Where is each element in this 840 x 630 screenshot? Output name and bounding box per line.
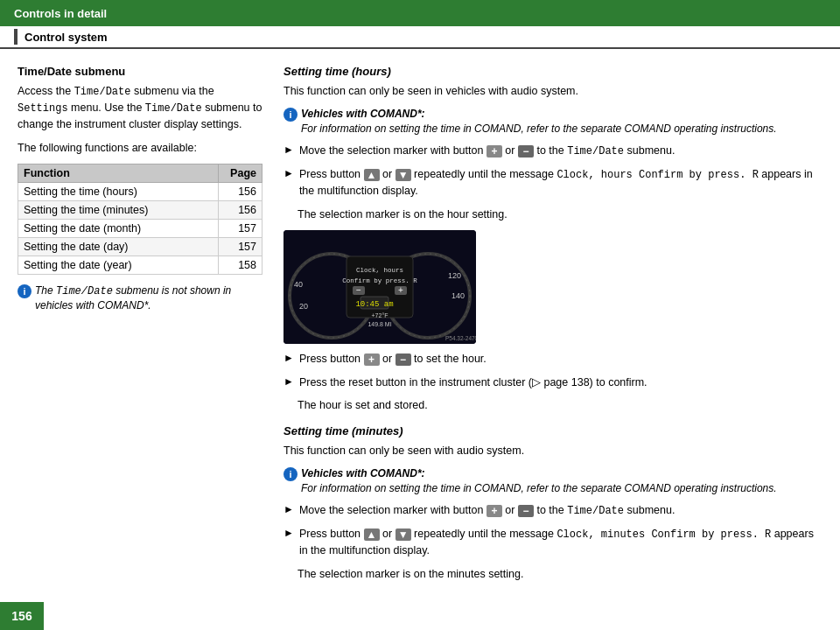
list-intro-text: The following functions are available: bbox=[18, 140, 262, 157]
left-note-box: i The Time/Date submenu is not shown in … bbox=[18, 284, 262, 314]
svg-text:Clock, hours: Clock, hours bbox=[356, 267, 403, 274]
svg-text:40: 40 bbox=[294, 280, 303, 289]
table-row: Setting the time (hours)156 bbox=[18, 182, 262, 200]
hours-step1: ► Move the selection marker with button … bbox=[284, 143, 822, 159]
hours-step2: ► Press button ▲ or ▼ repeatedly until t… bbox=[284, 166, 822, 200]
sub-header-accent bbox=[14, 29, 18, 45]
sub-header: Control system bbox=[0, 26, 840, 49]
timdate-mono2: Time/Date bbox=[145, 102, 202, 115]
right-column: Setting time (hours) This function can o… bbox=[284, 65, 822, 593]
table-row: Setting the date (day)157 bbox=[18, 237, 262, 256]
arrow-icon-5: ► bbox=[284, 503, 294, 515]
main-content: Time/Date submenu Access the Time/Date s… bbox=[0, 49, 840, 602]
info-icon-hours: i bbox=[284, 108, 298, 122]
page-cell: 156 bbox=[219, 200, 262, 219]
function-cell: Setting the date (day) bbox=[18, 237, 219, 256]
svg-text:120: 120 bbox=[448, 271, 461, 280]
svg-text:+72°F: +72°F bbox=[372, 312, 388, 318]
header-bar: Controls in detail bbox=[0, 0, 840, 26]
comand-title-minutes: Vehicles with COMAND*: bbox=[301, 467, 425, 480]
info-icon-left: i bbox=[18, 284, 32, 298]
table-row: Setting the date (year)158 bbox=[18, 256, 262, 274]
comand-body-minutes: For information on setting the time in C… bbox=[301, 482, 777, 494]
minutes-step3-text: The selection marker is on the minutes s… bbox=[298, 566, 822, 583]
minus-btn-1: − bbox=[518, 145, 534, 158]
svg-text:149.8 MI: 149.8 MI bbox=[368, 321, 391, 327]
settings-mono: Settings bbox=[18, 102, 68, 115]
arrow-icon-2: ► bbox=[284, 167, 294, 179]
function-table: Function Page Setting the time (hours)15… bbox=[18, 164, 262, 275]
comand-info-minutes: i Vehicles with COMAND*: For information… bbox=[284, 466, 822, 496]
info-icon-minutes: i bbox=[284, 467, 298, 481]
up-btn-1: ▲ bbox=[364, 169, 380, 181]
function-cell: Setting the date (month) bbox=[18, 219, 219, 237]
left-note-text: The Time/Date submenu is not shown in ve… bbox=[35, 284, 262, 314]
down-btn-2: ▼ bbox=[396, 528, 411, 541]
page-cell: 157 bbox=[219, 237, 262, 256]
up-btn-2: ▲ bbox=[364, 528, 380, 541]
hours-step1-text: Move the selection marker with button + … bbox=[299, 143, 822, 159]
svg-text:10:45 am: 10:45 am bbox=[355, 300, 393, 309]
minutes-step1-text: Move the selection marker with button + … bbox=[299, 502, 822, 519]
plus-btn-2: + bbox=[364, 354, 380, 366]
section-hours: Setting time (hours) This function can o… bbox=[284, 65, 822, 414]
comand-title-hours: Vehicles with COMAND*: bbox=[301, 108, 425, 120]
col-page-header: Page bbox=[219, 164, 262, 182]
col-function-header: Function bbox=[18, 164, 219, 182]
hour-stored-text: The hour is set and stored. bbox=[298, 397, 822, 414]
arrow-icon-3: ► bbox=[284, 352, 294, 364]
comand-info-hours-text: Vehicles with COMAND*: For information o… bbox=[301, 107, 777, 136]
left-column: Time/Date submenu Access the Time/Date s… bbox=[18, 65, 262, 593]
section-minutes-title: Setting time (minutes) bbox=[284, 424, 822, 438]
section-hours-para1: This function can only be seen in vehicl… bbox=[284, 83, 822, 100]
arrow-icon-4: ► bbox=[284, 375, 294, 388]
section-minutes: Setting time (minutes) This function can… bbox=[284, 424, 822, 583]
function-cell: Setting the time (minutes) bbox=[18, 200, 219, 219]
comand-info-hours: i Vehicles with COMAND*: For information… bbox=[284, 107, 822, 136]
minus-btn-3: − bbox=[518, 505, 534, 517]
hours-step5-text: Press the reset button in the instrument… bbox=[299, 374, 822, 391]
plus-btn-1: + bbox=[486, 145, 502, 158]
sub-header-title: Control system bbox=[24, 31, 108, 44]
hours-step4: ► Press button + or − to set the hour. bbox=[284, 351, 822, 368]
timdate-mono1: Time/Date bbox=[74, 86, 131, 98]
svg-text:140: 140 bbox=[452, 291, 465, 300]
section-hours-title: Setting time (hours) bbox=[284, 65, 822, 78]
page-cell: 156 bbox=[219, 182, 262, 200]
page-number: 156 bbox=[0, 602, 44, 630]
function-cell: Setting the time (hours) bbox=[18, 182, 219, 200]
arrow-icon-6: ► bbox=[284, 527, 294, 539]
svg-text:P54.32-2470-31: P54.32-2470-31 bbox=[445, 335, 476, 341]
svg-text:+: + bbox=[398, 285, 403, 295]
left-intro: Access the Time/Date submenu via the Set… bbox=[18, 83, 262, 133]
page-cell: 158 bbox=[219, 256, 262, 274]
comand-body-hours: For information on setting the time in C… bbox=[301, 122, 777, 135]
page-cell: 157 bbox=[219, 219, 262, 237]
page-number-text: 156 bbox=[11, 609, 32, 623]
minutes-step1: ► Move the selection marker with button … bbox=[284, 502, 822, 519]
down-btn-1: ▼ bbox=[396, 169, 411, 181]
svg-text:−: − bbox=[356, 285, 361, 295]
left-section-title: Time/Date submenu bbox=[18, 65, 262, 78]
arrow-icon-1: ► bbox=[284, 144, 294, 156]
minutes-step2-text: Press button ▲ or ▼ repeatedly until the… bbox=[299, 526, 822, 559]
comand-info-minutes-text: Vehicles with COMAND*: For information o… bbox=[301, 466, 777, 496]
minutes-step2: ► Press button ▲ or ▼ repeatedly until t… bbox=[284, 526, 822, 559]
hours-step5: ► Press the reset button in the instrume… bbox=[284, 374, 822, 391]
hours-step4-text: Press button + or − to set the hour. bbox=[299, 351, 822, 368]
header-title: Controls in detail bbox=[14, 7, 107, 20]
svg-text:20: 20 bbox=[299, 302, 308, 311]
table-row: Setting the date (month)157 bbox=[18, 219, 262, 237]
hours-step3-text: The selection marker is on the hour sett… bbox=[298, 206, 822, 223]
section-minutes-para1: This function can only be seen with audi… bbox=[284, 443, 822, 459]
plus-btn-3: + bbox=[486, 505, 502, 517]
table-row: Setting the time (minutes)156 bbox=[18, 200, 262, 219]
minus-btn-2: − bbox=[396, 354, 411, 366]
function-cell: Setting the date (year) bbox=[18, 256, 219, 274]
cluster-svg: 20 40 120 140 Clock, hours Confirm by pr bbox=[284, 230, 476, 344]
svg-text:Confirm by press. R: Confirm by press. R bbox=[342, 277, 417, 284]
cluster-image: 20 40 120 140 Clock, hours Confirm by pr bbox=[284, 230, 476, 344]
hours-step2-text: Press button ▲ or ▼ repeatedly until the… bbox=[299, 166, 822, 200]
